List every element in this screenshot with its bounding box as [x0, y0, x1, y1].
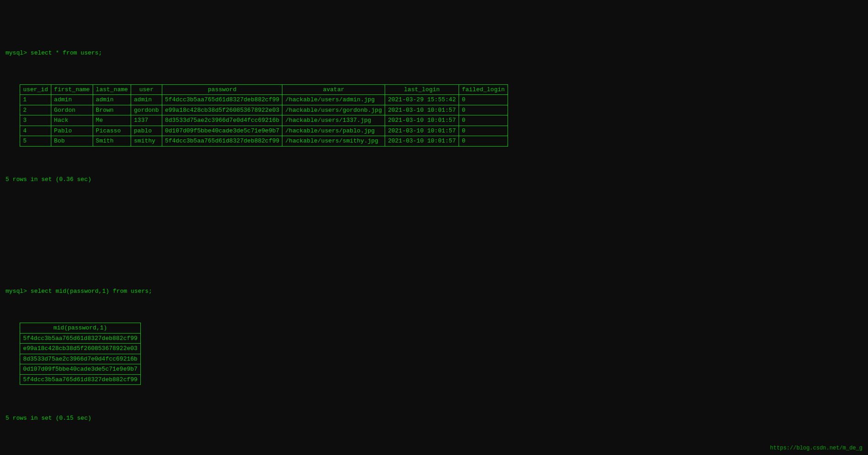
table-cell: 1 [20, 95, 51, 105]
table-cell: 8d3533d75ae2c3966d7e0d4fcc69216b [162, 115, 282, 126]
table-header: mid(password,1) [20, 323, 141, 334]
table-cell: 0 [459, 115, 508, 126]
table-header: password [162, 84, 282, 95]
table-cell: e99a18c428cb38d5f260853678922e03 [162, 105, 282, 115]
table-cell: 5f4dcc3b5aa765d61d8327deb882cf99 [162, 136, 282, 147]
table-row: 5f4dcc3b5aa765d61d8327deb882cf99 [20, 374, 141, 385]
table-cell: 0 [459, 126, 508, 136]
table-row: 3HackMe13378d3533d75ae2c3966d7e0d4fcc692… [20, 115, 508, 126]
table-cell: Bob [51, 136, 93, 147]
table-cell: 0 [459, 95, 508, 105]
table-row: 8d3533d75ae2c3966d7e0d4fcc69216b [20, 354, 141, 364]
table-cell: 0 [459, 136, 508, 147]
table-row: e99a18c428cb38d5f260853678922e03 [20, 344, 141, 354]
table-cell: 4 [20, 126, 51, 136]
table-cell: 2 [20, 105, 51, 115]
table-cell: 8d3533d75ae2c3966d7e0d4fcc69216b [20, 354, 141, 364]
table-header: avatar [282, 84, 385, 95]
table-header: failed_login [459, 84, 508, 95]
table-cell: /hackable/users/gordonb.jpg [282, 105, 385, 115]
watermark: https://blog.csdn.net/m_de_g [770, 445, 862, 451]
table-cell: 5f4dcc3b5aa765d61d8327deb882cf99 [20, 333, 141, 344]
table-row: 0d107d09f5bbe40cade3de5c71e9e9b7 [20, 364, 141, 375]
table-cell: 2021-03-10 10:01:57 [385, 105, 459, 115]
table-cell: Brown [93, 105, 131, 115]
table-cell: Gordon [51, 105, 93, 115]
command-1-text: mysql> select * from users; [6, 49, 862, 58]
table-header: user_id [20, 84, 51, 95]
table-cell: gordonb [131, 105, 162, 115]
table-cell: 5f4dcc3b5aa765d61d8327deb882cf99 [20, 374, 141, 385]
table-header: last_login [385, 84, 459, 95]
table-cell: 5 [20, 136, 51, 147]
table-row: 5f4dcc3b5aa765d61d8327deb882cf99 [20, 333, 141, 344]
command-1-table: user_idfirst_namelast_nameuserpasswordav… [20, 66, 508, 164]
table-cell: admin [93, 95, 131, 105]
table-cell: 5f4dcc3b5aa765d61d8327deb882cf99 [162, 95, 282, 105]
table-cell: 0 [459, 105, 508, 115]
table-header: first_name [51, 84, 93, 95]
table-cell: 2021-03-10 10:01:57 [385, 115, 459, 126]
command-1: mysql> select * from users; user_idfirst… [6, 31, 862, 204]
command-2: mysql> select mid(password,1) from users… [6, 269, 862, 442]
command-1-result: 5 rows in set (0.36 sec) [6, 175, 862, 184]
table-cell: 2021-03-10 10:01:57 [385, 136, 459, 147]
table-cell: /hackable/users/1337.jpg [282, 115, 385, 126]
command-2-table: mid(password,1) 5f4dcc3b5aa765d61d8327de… [20, 305, 141, 403]
table-cell: Picasso [93, 126, 131, 136]
table-cell: Pablo [51, 126, 93, 136]
terminal: mysql> select * from users; user_idfirst… [6, 4, 862, 455]
table-cell: /hackable/users/admin.jpg [282, 95, 385, 105]
table-cell: admin [131, 95, 162, 105]
table-row: 4PabloPicassopablo0d107d09f5bbe40cade3de… [20, 126, 508, 136]
table-cell: Hack [51, 115, 93, 126]
table-row: 2GordonBrowngordonbe99a18c428cb38d5f2608… [20, 105, 508, 115]
command-2-result: 5 rows in set (0.15 sec) [6, 414, 862, 423]
table-cell: Smith [93, 136, 131, 147]
table-row: 5BobSmithsmithy5f4dcc3b5aa765d61d8327deb… [20, 136, 508, 147]
table-cell: 3 [20, 115, 51, 126]
table-cell: 2021-03-29 15:55:42 [385, 95, 459, 105]
table-cell: admin [51, 95, 93, 105]
table-cell: e99a18c428cb38d5f260853678922e03 [20, 344, 141, 354]
table-row: 1adminadminadmin5f4dcc3b5aa765d61d8327de… [20, 95, 508, 105]
table-cell: Me [93, 115, 131, 126]
table-cell: 0d107d09f5bbe40cade3de5c71e9e9b7 [162, 126, 282, 136]
command-2-text: mysql> select mid(password,1) from users… [6, 287, 862, 296]
table-cell: /hackable/users/smithy.jpg [282, 136, 385, 147]
table-header: user [131, 84, 162, 95]
table-cell: 2021-03-10 10:01:57 [385, 126, 459, 136]
table-cell: pablo [131, 126, 162, 136]
table-header: last_name [93, 84, 131, 95]
table-cell: smithy [131, 136, 162, 147]
table-cell: /hackable/users/pablo.jpg [282, 126, 385, 136]
table-cell: 0d107d09f5bbe40cade3de5c71e9e9b7 [20, 364, 141, 375]
table-cell: 1337 [131, 115, 162, 126]
